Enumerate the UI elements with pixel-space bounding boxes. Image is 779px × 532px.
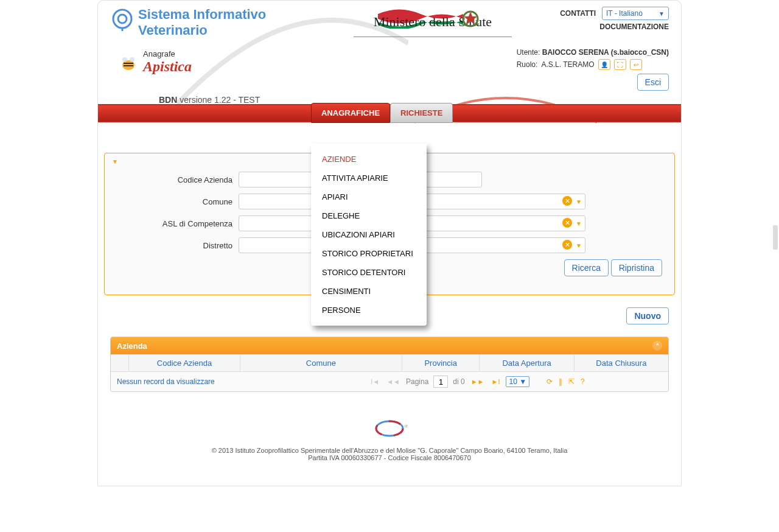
italy-emblem-icon bbox=[457, 5, 484, 32]
dropdown-item-apiari[interactable]: APIARI bbox=[311, 187, 427, 206]
anagrafiche-dropdown: AZIENDE ATTIVITA APIARIE APIARI DELEGHE … bbox=[311, 144, 427, 326]
footer: IZSAM TERAMO © 2013 Istituto Zooprofilat… bbox=[104, 404, 675, 474]
bdn-version: BDN versione 1.22 - TEST bbox=[159, 95, 260, 105]
clear-icon[interactable]: ✕ bbox=[562, 196, 572, 206]
user-info: Utente: BAIOCCO SERENA (s.baiocco_CSN) R… bbox=[517, 48, 669, 70]
pager: I◄ ◄◄ Pagina di 0 ►► ►I 10 ▼ ⟳ ‖ ⇱ ? bbox=[369, 376, 584, 388]
grid-col-data-apertura[interactable]: Data Apertura bbox=[480, 355, 574, 371]
language-select[interactable]: IT - Italiano ▼ bbox=[602, 7, 669, 20]
chevron-down-icon: ▼ bbox=[658, 10, 665, 17]
ministero-label: Ministero della Salute bbox=[354, 7, 512, 37]
izsam-logo: IZSAM TERAMO bbox=[371, 416, 408, 441]
contatti-link[interactable]: CONTATTI bbox=[560, 9, 596, 18]
footer-line2: Partita IVA 00060330677 - Codice Fiscale… bbox=[116, 454, 663, 461]
search-button[interactable]: Ricerca bbox=[564, 259, 609, 276]
new-button[interactable]: Nuovo bbox=[626, 307, 669, 324]
panel-toggle-icon[interactable]: ▼ bbox=[112, 158, 118, 165]
scrollbar-hint bbox=[773, 225, 778, 250]
pager-help-icon[interactable]: ? bbox=[581, 377, 585, 386]
anagrafe-label: Anagrafe bbox=[143, 49, 192, 58]
expand-icon[interactable]: ⛶ bbox=[614, 59, 626, 70]
results-grid: Azienda ˄ Codice Azienda Comune Provinci… bbox=[110, 337, 669, 392]
anagrafe-logo: Anagrafe Apistica bbox=[116, 49, 192, 75]
chevron-down-icon[interactable]: ▼ bbox=[576, 198, 582, 205]
dropdown-item-ubicazioni-apiari[interactable]: UBICAZIONI APIARI bbox=[311, 225, 427, 244]
pager-prev-icon[interactable]: ◄◄ bbox=[385, 378, 401, 385]
grid-empty-message: Nessun record da visualizzare bbox=[117, 377, 215, 386]
svg-text:IZSAM TERAMO: IZSAM TERAMO bbox=[405, 424, 408, 428]
header: Sistema Informativo Veterinario Anagrafe… bbox=[98, 1, 681, 104]
label-asl-competenza: ASL di Competenza bbox=[117, 219, 239, 228]
pager-last-icon[interactable]: ►I bbox=[491, 378, 501, 385]
chevron-down-icon[interactable]: ▼ bbox=[576, 220, 582, 227]
reset-button[interactable]: Ripristina bbox=[611, 259, 662, 276]
bee-icon bbox=[116, 50, 141, 74]
grid-title: Azienda bbox=[117, 341, 147, 351]
label-comune: Comune bbox=[117, 197, 239, 206]
chevron-down-icon[interactable]: ▼ bbox=[576, 242, 582, 249]
svg-point-4 bbox=[130, 57, 134, 62]
label-distretto: Distretto bbox=[117, 241, 239, 250]
dropdown-item-censimenti[interactable]: CENSIMENTI bbox=[311, 282, 427, 301]
clear-icon[interactable]: ✕ bbox=[562, 240, 572, 250]
dropdown-item-aziende[interactable]: AZIENDE bbox=[311, 150, 427, 169]
tab-richieste[interactable]: RICHIESTE bbox=[390, 103, 453, 123]
svg-point-0 bbox=[113, 10, 131, 28]
system-title-line1: Sistema Informativo bbox=[138, 7, 266, 23]
collapse-icon[interactable]: ˄ bbox=[652, 341, 662, 351]
main-menu-bar: ANAGRAFICHE RICHIESTE bbox=[98, 104, 681, 122]
grid-col-comune[interactable]: Comune bbox=[240, 355, 402, 371]
pager-page-input[interactable] bbox=[433, 376, 448, 388]
dropdown-item-storico-proprietari[interactable]: STORICO PROPRIETARI bbox=[311, 244, 427, 263]
grid-col-selector[interactable] bbox=[111, 355, 129, 371]
grid-col-codice-azienda[interactable]: Codice Azienda bbox=[129, 355, 240, 371]
svg-point-3 bbox=[122, 57, 127, 62]
pager-first-icon[interactable]: I◄ bbox=[369, 378, 380, 385]
grid-col-provincia[interactable]: Provincia bbox=[402, 355, 480, 371]
documentazione-link[interactable]: DOCUMENTAZIONE bbox=[599, 23, 669, 31]
dropdown-item-persone[interactable]: PERSONE bbox=[311, 301, 427, 320]
pager-pause-icon[interactable]: ‖ bbox=[559, 377, 562, 386]
grid-col-data-chiusura[interactable]: Data Chiusura bbox=[575, 355, 668, 371]
svg-point-1 bbox=[118, 15, 127, 23]
footer-line1: © 2013 Istituto Zooprofilattico Sperimen… bbox=[116, 447, 663, 454]
tab-anagrafiche[interactable]: ANAGRAFICHE bbox=[311, 103, 390, 123]
user-icon[interactable]: 👤 bbox=[598, 59, 610, 70]
pager-next-icon[interactable]: ►► bbox=[470, 378, 486, 385]
pager-refresh-icon[interactable]: ⟳ bbox=[547, 377, 553, 386]
apistica-label: Apistica bbox=[143, 58, 192, 75]
dropdown-item-attivita-apiarie[interactable]: ATTIVITA APIARIE bbox=[311, 169, 427, 187]
dropdown-item-storico-detentori[interactable]: STORICO DETENTORI bbox=[311, 263, 427, 282]
back-icon[interactable]: ↩ bbox=[630, 59, 642, 70]
at-icon bbox=[110, 7, 134, 43]
label-codice-azienda: Codice Azienda bbox=[117, 175, 239, 184]
pager-export-icon[interactable]: ⇱ bbox=[568, 377, 575, 386]
dropdown-item-deleghe[interactable]: DELEGHE bbox=[311, 206, 427, 225]
logout-button[interactable]: Esci bbox=[637, 74, 669, 91]
clear-icon[interactable]: ✕ bbox=[562, 218, 572, 228]
pager-page-size[interactable]: 10 ▼ bbox=[506, 376, 529, 387]
system-title-line2: Veterinario bbox=[138, 23, 266, 38]
